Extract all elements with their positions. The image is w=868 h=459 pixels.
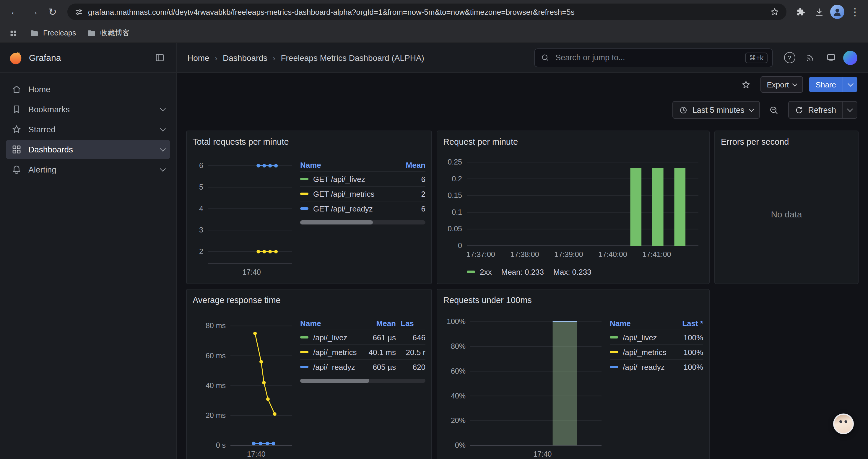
bar-chart[interactable]: 0%20%40%60%80%100%17:40 <box>443 307 606 459</box>
chevron-down-icon[interactable] <box>160 166 166 172</box>
legend-column-last[interactable]: Las <box>401 319 426 328</box>
series-name[interactable]: GET /api/_readyz <box>313 204 397 213</box>
search-input[interactable] <box>554 53 740 63</box>
export-button[interactable]: Export <box>760 76 803 93</box>
sidebar-item-home[interactable]: Home <box>6 80 170 99</box>
refresh-button[interactable]: Refresh <box>788 102 842 118</box>
sidebar-item-alerting[interactable]: Alerting <box>6 160 170 179</box>
monitor-icon <box>826 53 836 63</box>
bar-chart[interactable]: 00.050.10.150.20.2517:37:0017:38:0017:39… <box>443 149 703 261</box>
series-name[interactable]: /api/_livez <box>313 333 358 342</box>
svg-text:17:40: 17:40 <box>533 450 552 458</box>
back-button[interactable]: ← <box>6 3 24 21</box>
legend-column-last[interactable]: Last * <box>676 319 703 328</box>
refresh-interval-dropdown[interactable] <box>842 102 857 118</box>
favorite-dashboard-button[interactable] <box>738 76 754 93</box>
legend-column-name[interactable]: Name <box>300 160 397 169</box>
legend-row[interactable]: GET /api/_readyz 6 <box>300 201 426 216</box>
series-name[interactable]: /api/_metrics <box>623 348 671 357</box>
legend-scrollbar[interactable] <box>300 220 426 225</box>
legend-row[interactable]: GET /api/_livez 6 <box>300 171 426 186</box>
url-text[interactable]: grafana.mathmast.com/d/deytv4rwavabkb/fr… <box>88 7 765 16</box>
browser-menu-button[interactable]: ⋮ <box>848 3 862 21</box>
series-name[interactable]: GET /api/_livez <box>313 174 397 184</box>
site-settings-icon[interactable] <box>74 7 83 16</box>
panel-title[interactable]: Requests under 100ms <box>443 293 703 307</box>
series-name[interactable]: /api/_readyz <box>623 362 671 371</box>
svg-text:4: 4 <box>199 204 203 213</box>
legend-scrollbar[interactable] <box>300 379 426 383</box>
bookmark-freeleaps[interactable]: Freeleaps <box>30 28 76 38</box>
svg-text:20%: 20% <box>451 416 466 424</box>
breadcrumb-home[interactable]: Home <box>187 53 210 62</box>
scrollbar-thumb[interactable] <box>300 379 369 383</box>
legend-row[interactable]: /api/_metrics 40.1 ms 20.5 r <box>300 345 426 359</box>
reload-button[interactable]: ↻ <box>44 3 61 21</box>
breadcrumb-dashboards[interactable]: Dashboards <box>223 53 267 62</box>
panel-title[interactable]: Average response time <box>193 293 426 307</box>
legend-row[interactable]: /api/_livez 100% <box>610 330 703 345</box>
zoom-out-button[interactable] <box>766 102 782 118</box>
dashboards-grid-icon <box>11 144 22 155</box>
legend-column-mean[interactable]: Mean <box>402 160 426 169</box>
svg-text:3: 3 <box>199 226 203 234</box>
sidebar: Grafana Home Boo <box>0 43 177 459</box>
svg-text:17:40: 17:40 <box>242 268 261 276</box>
chevron-down-icon[interactable] <box>160 126 166 131</box>
apps-grid-button[interactable] <box>7 27 19 39</box>
no-data-message: No data <box>721 149 852 279</box>
legend-column-name[interactable]: Name <box>300 319 358 328</box>
svg-text:0.05: 0.05 <box>447 225 462 233</box>
legend-column-mean[interactable]: Mean <box>363 319 396 328</box>
search-box[interactable]: ⌘+k <box>534 48 773 67</box>
panel-total-requests-per-minute: Total requests per minute 2345617:40 Nam… <box>186 131 432 284</box>
time-range-picker[interactable]: Last 5 minutes <box>673 101 760 119</box>
help-button[interactable]: ? <box>781 49 798 66</box>
sidebar-item-bookmarks[interactable]: Bookmarks <box>6 100 170 119</box>
series-name[interactable]: /api/_metrics <box>313 348 358 357</box>
chevron-down-icon[interactable] <box>160 105 166 111</box>
legend-row[interactable]: GET /api/_metrics 2 <box>300 186 426 201</box>
sidebar-collapse-button[interactable] <box>151 49 168 66</box>
series-name[interactable]: /api/_livez <box>623 333 671 342</box>
scrollbar-thumb[interactable] <box>300 220 373 225</box>
brand-name: Grafana <box>29 53 151 63</box>
bookmark-star-icon[interactable] <box>770 7 779 17</box>
timeseries-chart[interactable]: 2345617:40 <box>193 149 297 279</box>
export-label: Export <box>767 80 789 89</box>
sidebar-item-dashboards[interactable]: Dashboards <box>6 140 170 159</box>
series-name[interactable]: /api/_readyz <box>313 362 358 371</box>
legend-row[interactable]: /api/_metrics 100% <box>610 345 703 359</box>
folder-icon <box>87 28 96 38</box>
chat-assistant-avatar[interactable] <box>833 414 854 434</box>
series-last: 100% <box>676 362 703 371</box>
panel-title[interactable]: Errors per second <box>721 135 852 149</box>
display-button[interactable] <box>823 49 839 66</box>
url-bar[interactable]: grafana.mathmast.com/d/deytv4rwavabkb/fr… <box>67 4 786 20</box>
forward-button[interactable]: → <box>25 3 42 21</box>
share-dropdown-button[interactable] <box>843 77 857 92</box>
legend-row[interactable]: /api/_livez 661 µs 646 <box>300 330 426 345</box>
legend-row[interactable]: /api/_readyz 100% <box>610 359 703 374</box>
series-name[interactable]: 2xx <box>480 267 492 276</box>
sidebar-item-starred[interactable]: Starred <box>6 120 170 139</box>
panel-title[interactable]: Total requests per minute <box>193 135 426 149</box>
legend-column-name[interactable]: Name <box>610 319 671 328</box>
share-label[interactable]: Share <box>809 77 843 92</box>
legend[interactable]: 2xx Mean: 0.233 Max: 0.233 <box>467 265 703 279</box>
folder-icon <box>30 28 39 38</box>
timeseries-chart[interactable]: 0 s20 ms40 ms60 ms80 ms17:40 <box>193 307 297 459</box>
share-button[interactable]: Share <box>809 77 857 92</box>
panel-title[interactable]: Request per minute <box>443 135 703 149</box>
user-avatar[interactable] <box>843 51 857 65</box>
downloads-button[interactable] <box>811 4 827 20</box>
news-button[interactable] <box>802 49 818 66</box>
svg-text:20 ms: 20 ms <box>206 411 226 419</box>
bookmark-blog-folder[interactable]: 收藏博客 <box>87 28 130 38</box>
extensions-button[interactable] <box>793 4 808 20</box>
browser-profile-avatar[interactable] <box>830 5 844 19</box>
legend-row[interactable]: /api/_readyz 605 µs 620 <box>300 359 426 374</box>
series-name[interactable]: GET /api/_metrics <box>313 189 397 198</box>
grafana-logo[interactable] <box>8 50 23 65</box>
chevron-down-icon[interactable] <box>160 145 166 152</box>
